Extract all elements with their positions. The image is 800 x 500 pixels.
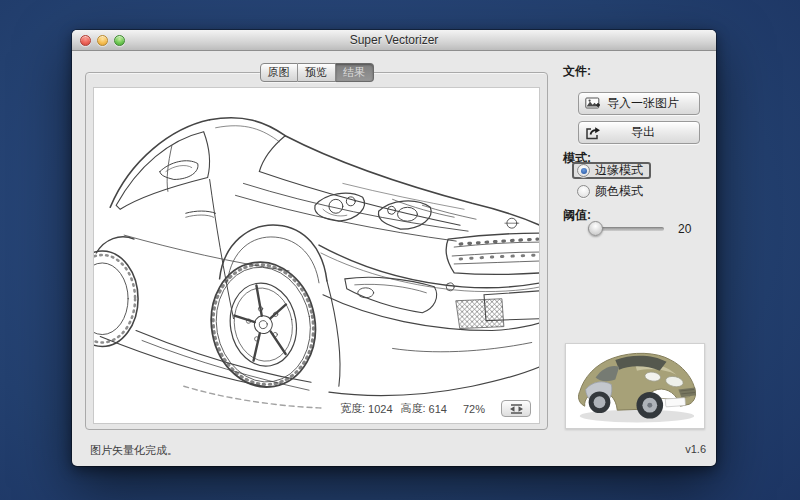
close-button[interactable] (80, 35, 91, 46)
tab-original[interactable]: 原图 (260, 63, 298, 82)
app-window: Super Vectorizer 原图 预览 结果 (72, 30, 716, 466)
titlebar[interactable]: Super Vectorizer (72, 30, 716, 51)
slider-thumb[interactable] (588, 221, 603, 236)
original-image-thumbnail (565, 343, 705, 429)
radio-selected-icon (577, 164, 590, 177)
export-button[interactable]: 导出 (578, 121, 700, 144)
tab-preview[interactable]: 预览 (298, 63, 336, 82)
status-message: 图片矢量化完成。 (90, 443, 178, 458)
sidebar: 文件: 导入一张图片 导出 (562, 51, 712, 466)
view-tabs: 原图 预览 结果 (260, 63, 374, 82)
tab-result[interactable]: 结果 (336, 63, 374, 82)
threshold-value: 20 (678, 222, 691, 236)
original-car-photo (566, 344, 704, 428)
threshold-slider-row: 20 (588, 221, 691, 236)
color-mode-label: 颜色模式 (595, 183, 643, 200)
desktop-background: Super Vectorizer 原图 预览 结果 (0, 0, 800, 500)
fit-to-window-button[interactable] (501, 400, 531, 417)
minimize-button[interactable] (97, 35, 108, 46)
export-button-label: 导出 (601, 124, 685, 141)
import-button-label: 导入一张图片 (601, 95, 685, 112)
threshold-section-label: 阈值: (563, 207, 591, 224)
fit-to-window-icon (509, 404, 524, 414)
radio-color-mode[interactable]: 颜色模式 (572, 183, 651, 200)
width-label: 宽度: (340, 401, 365, 416)
threshold-slider[interactable] (588, 221, 664, 236)
export-icon (585, 126, 601, 140)
vectorized-car-drawing (94, 88, 540, 424)
zoom-button[interactable] (114, 35, 125, 46)
result-canvas[interactable]: 宽度: 1024 高度: 614 72% (93, 87, 540, 424)
tab-view-box: 原图 预览 结果 (85, 72, 548, 430)
zoom-percent: 72% (463, 403, 485, 415)
edge-mode-label: 边缘模式 (595, 162, 643, 179)
height-label: 高度: (401, 401, 426, 416)
file-section-label: 文件: (563, 63, 591, 80)
image-info-bar: 宽度: 1024 高度: 614 72% (338, 399, 533, 418)
import-image-button[interactable]: 导入一张图片 (578, 92, 700, 115)
window-controls (80, 35, 125, 46)
height-value: 614 (429, 403, 447, 415)
import-image-icon (585, 97, 601, 110)
radio-edge-mode[interactable]: 边缘模式 (572, 162, 651, 179)
window-title: Super Vectorizer (72, 30, 716, 50)
status-bar: 图片矢量化完成。 v1.6 (90, 443, 706, 458)
version-label: v1.6 (685, 443, 706, 458)
window-content: 原图 预览 结果 (72, 51, 716, 466)
radio-unselected-icon (577, 185, 590, 198)
width-value: 1024 (368, 403, 392, 415)
